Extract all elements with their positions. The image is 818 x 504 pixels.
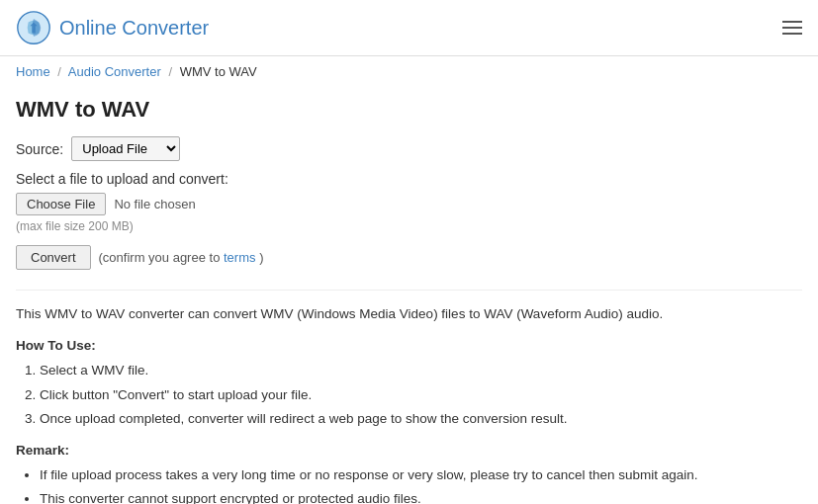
source-row: Source: Upload File URL Dropbox Google D…: [16, 136, 802, 161]
breadcrumb: Home / Audio Converter / WMV to WAV: [0, 56, 818, 87]
breadcrumb-current: WMV to WAV: [180, 64, 257, 79]
step-3: Once upload completed, converter will re…: [40, 409, 802, 429]
breadcrumb-sep-1: /: [57, 64, 61, 79]
step-2: Click button "Convert" to start upload y…: [40, 385, 802, 405]
convert-button[interactable]: Convert: [16, 245, 91, 270]
breadcrumb-home[interactable]: Home: [16, 64, 50, 79]
breadcrumb-audio-converter[interactable]: Audio Converter: [68, 64, 161, 79]
source-select[interactable]: Upload File URL Dropbox Google Drive: [71, 136, 180, 161]
file-input-row: Choose File No file chosen: [16, 193, 802, 215]
no-file-text: No file chosen: [114, 197, 195, 211]
page-title: WMV to WAV: [16, 97, 802, 123]
source-label: Source:: [16, 141, 63, 157]
menu-icon[interactable]: [782, 21, 802, 35]
convert-row: Convert (confirm you agree to terms ): [16, 245, 802, 270]
remark-2: This converter cannot support encrypted …: [40, 489, 802, 504]
terms-link[interactable]: terms: [224, 250, 256, 265]
max-file-size: (max file size 200 MB): [16, 219, 802, 233]
logo-container: Online Converter: [16, 10, 209, 45]
choose-file-button[interactable]: Choose File: [16, 193, 106, 215]
remark-title: Remark:: [16, 443, 802, 458]
divider: [16, 290, 802, 291]
step-1: Select a WMV file.: [40, 361, 802, 380]
steps-list: Select a WMV file. Click button "Convert…: [40, 361, 802, 429]
main-content: WMV to WAV Source: Upload File URL Dropb…: [0, 87, 818, 504]
breadcrumb-sep-2: /: [168, 64, 172, 79]
description: This WMV to WAV converter can convert WM…: [16, 304, 802, 324]
select-file-label: Select a file to upload and convert:: [16, 171, 802, 187]
logo-text: Online Converter: [59, 17, 209, 40]
logo-icon: [16, 10, 51, 45]
confirm-text: (confirm you agree to terms ): [99, 250, 264, 265]
header: Online Converter: [0, 0, 818, 56]
remark-list: If file upload process takes a very long…: [40, 465, 802, 504]
remark-1: If file upload process takes a very long…: [40, 465, 802, 485]
how-to-use-title: How To Use:: [16, 338, 802, 353]
